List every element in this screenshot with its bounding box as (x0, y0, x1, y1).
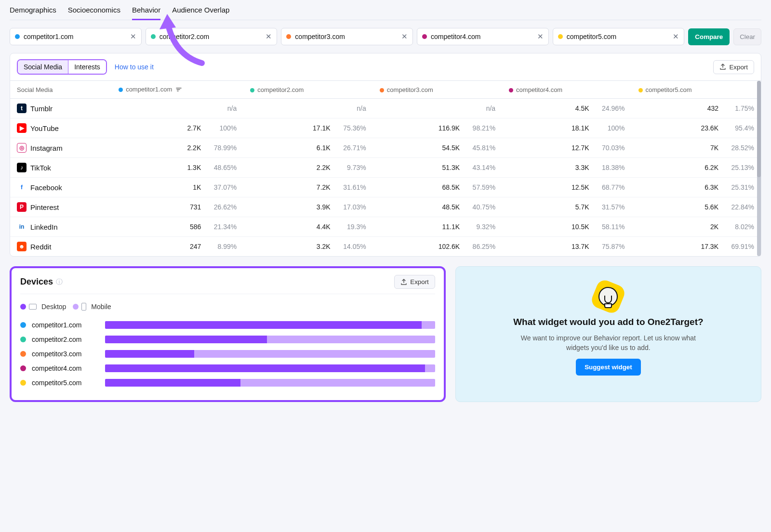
dot-icon (422, 34, 427, 39)
table-cell: n/a (373, 99, 502, 118)
tab-demographics[interactable]: Demographics (10, 6, 56, 20)
desktop-icon (29, 304, 37, 310)
suggest-widget-button[interactable]: Suggest widget (576, 359, 640, 376)
tab-behavior[interactable]: Behavior (132, 6, 160, 20)
devices-export-button[interactable]: Export (394, 275, 435, 289)
col-competitor4[interactable]: competitor4.com (502, 81, 631, 99)
competitor-chip-1[interactable]: competitor1.com ✕ (10, 28, 142, 45)
tiktok-icon: ♪ (17, 163, 27, 172)
how-to-use-link[interactable]: How to use it (115, 63, 154, 71)
dot-icon (15, 34, 20, 39)
dot-icon (286, 34, 291, 39)
seg-social-media[interactable]: Social Media (18, 60, 68, 74)
mobile-icon (81, 303, 86, 311)
table-cell: n/a (243, 99, 372, 118)
table-cell: 23.6K95.4% (632, 118, 761, 138)
table-row: PPinterest73126.62%3.9K17.03%48.5K40.75%… (10, 197, 761, 217)
table-cell: 5.6K22.84% (632, 197, 761, 217)
competitor-chip-5[interactable]: competitor5.com ✕ (553, 28, 685, 45)
social-media-panel: Social Media Interests How to use it Exp… (10, 53, 761, 257)
col-competitor2[interactable]: competitor2.com (243, 81, 372, 99)
table-row: fFacebook1K37.07%7.2K31.61%68.5K57.59%12… (10, 178, 761, 197)
device-row: competitor5.com (20, 379, 435, 387)
chip-label: competitor3.com (295, 33, 398, 40)
close-icon[interactable]: ✕ (266, 32, 272, 41)
scrollbar[interactable] (757, 81, 761, 256)
close-icon[interactable]: ✕ (401, 32, 408, 41)
linkedin-icon: in (17, 222, 27, 232)
dot-icon (558, 34, 563, 39)
device-bar (105, 350, 435, 358)
devices-title: Devices (20, 277, 53, 287)
nav-tabs: Demographics Socioeconomics Behavior Aud… (10, 0, 761, 20)
chip-label: competitor5.com (567, 33, 669, 40)
lightbulb-icon (594, 282, 623, 311)
table-cell: 116.9K98.21% (373, 118, 502, 138)
export-label: Export (410, 278, 429, 285)
legend-desktop: Desktop (20, 303, 66, 311)
table-cell: 7.2K31.61% (243, 178, 372, 197)
table-cell: 54.5K45.81% (373, 138, 502, 158)
table-cell: 3.9K17.03% (243, 197, 372, 217)
sort-desc-icon (176, 86, 182, 93)
competitor-name: competitor2.com (32, 336, 99, 343)
export-label: Export (729, 64, 748, 71)
table-cell: 2.7K100% (112, 118, 243, 138)
competitor-chip-4[interactable]: competitor4.com ✕ (417, 28, 549, 45)
promo-body: We want to improve our Behavior report. … (512, 333, 705, 353)
devices-legend: Desktop Mobile (20, 298, 435, 314)
device-bar (105, 321, 435, 329)
platform-name: Pinterest (30, 203, 59, 211)
promo-heading: What widget would you add to One2Target? (513, 317, 703, 327)
dot-icon (20, 337, 26, 342)
upload-icon (719, 64, 726, 70)
dot-icon (20, 380, 26, 386)
table-row: ◎Instagram2.2K78.99%6.1K26.71%54.5K45.81… (10, 138, 761, 158)
tab-socioeconomics[interactable]: Socioeconomics (68, 6, 120, 20)
competitor-chip-2[interactable]: competitor2.com ✕ (146, 28, 278, 45)
table-row: ☻Reddit2478.99%3.2K14.05%102.6K86.25%13.… (10, 237, 761, 257)
device-row: competitor1.com (20, 321, 435, 329)
export-button[interactable]: Export (713, 60, 754, 74)
segmented-control: Social Media Interests (17, 59, 107, 75)
seg-interests[interactable]: Interests (68, 60, 106, 74)
col-competitor1[interactable]: competitor1.com (112, 81, 243, 99)
tab-audience-overlap[interactable]: Audience Overlap (172, 6, 229, 20)
table-row: tTumblrn/an/an/a4.5K24.96%4321.75% (10, 99, 761, 118)
col-competitor3[interactable]: competitor3.com (373, 81, 502, 99)
table-cell: 6.1K26.71% (243, 138, 372, 158)
competitor-chip-3[interactable]: competitor3.com ✕ (281, 28, 413, 45)
close-icon[interactable]: ✕ (130, 32, 136, 41)
clear-button[interactable]: Clear (733, 28, 761, 45)
close-icon[interactable]: ✕ (537, 32, 544, 41)
dot-icon (20, 365, 26, 371)
device-row: competitor2.com (20, 336, 435, 343)
platform-name: Tumblr (30, 104, 53, 113)
legend-mobile: Mobile (73, 303, 111, 311)
platform-name: Facebook (30, 183, 62, 192)
upload-icon (400, 279, 407, 285)
col-platform[interactable]: Social Media (10, 81, 112, 99)
tumblr-icon: t (17, 104, 27, 113)
table-cell: 10.5K58.11% (502, 217, 631, 237)
table-cell: 18.1K100% (502, 118, 631, 138)
competitor-name: competitor3.com (32, 350, 99, 358)
table-cell: 11.1K9.32% (373, 217, 502, 237)
table-cell: 1.3K48.65% (112, 158, 243, 178)
table-cell: 4321.75% (632, 99, 761, 118)
table-cell: 48.5K40.75% (373, 197, 502, 217)
table-cell: 17.1K75.36% (243, 118, 372, 138)
info-icon[interactable]: ⓘ (56, 278, 63, 286)
competitor-name: competitor1.com (32, 321, 99, 329)
chip-label: competitor1.com (24, 33, 126, 40)
compare-button[interactable]: Compare (688, 28, 730, 45)
chip-label: competitor4.com (431, 33, 533, 40)
close-icon[interactable]: ✕ (673, 32, 679, 41)
competitor-name: competitor4.com (32, 364, 99, 372)
platform-name: LinkedIn (30, 223, 58, 231)
device-bar (105, 364, 435, 372)
table-row: ♪TikTok1.3K48.65%2.2K9.73%51.3K43.14%3.3… (10, 158, 761, 178)
device-row: competitor4.com (20, 364, 435, 372)
col-competitor5[interactable]: competitor5.com (632, 81, 761, 99)
platform-name: Reddit (30, 243, 51, 251)
